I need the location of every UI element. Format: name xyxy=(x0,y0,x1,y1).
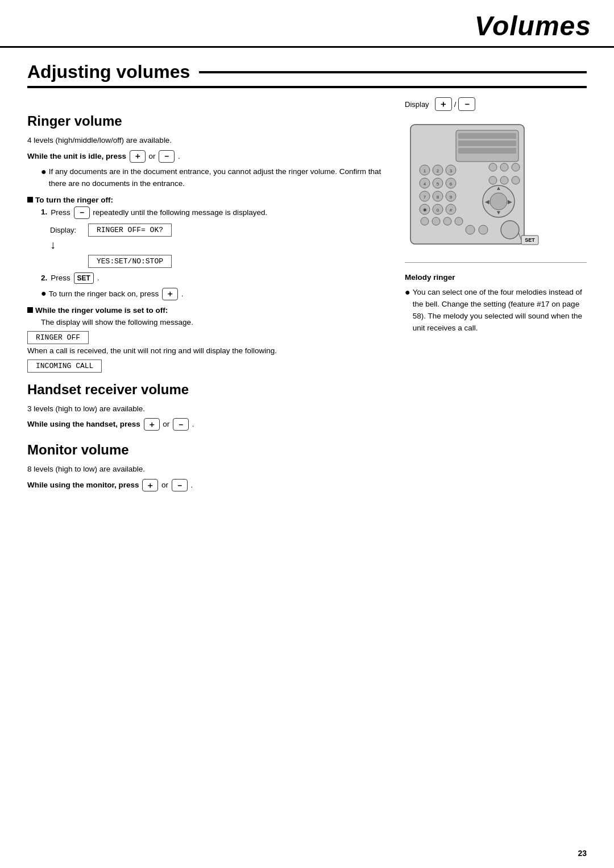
ringer-levels-text: 4 levels (high/middle/low/off) are avail… xyxy=(27,135,388,147)
incoming-call-box: INCOMING CALL xyxy=(27,359,102,373)
svg-point-36 xyxy=(489,176,497,184)
page-header: Volumes xyxy=(0,0,614,48)
set-button-inline: SET xyxy=(74,272,94,284)
turn-off-heading: To turn the ringer off: xyxy=(27,196,388,204)
svg-text:7: 7 xyxy=(424,195,426,200)
slash-separator: / xyxy=(454,100,457,109)
svg-text:▲: ▲ xyxy=(496,185,501,191)
svg-text:#: # xyxy=(450,208,453,213)
device-svg: 1 2 3 4 5 6 7 8 xyxy=(405,119,570,255)
melody-text: You can select one of the four melodies … xyxy=(413,287,587,334)
handset-instruction: While using the handset, press ＋ or － . xyxy=(27,418,388,431)
svg-text:0: 0 xyxy=(437,208,439,213)
ringer-volume-off-text: The display will show the following mess… xyxy=(41,317,388,329)
display-text-label: Display xyxy=(405,100,429,109)
svg-text:8: 8 xyxy=(437,195,439,200)
melody-section: Melody ringer ● You can select one of th… xyxy=(405,272,587,337)
svg-text:3: 3 xyxy=(450,168,453,173)
svg-text:▼: ▼ xyxy=(496,209,501,216)
display-row-1: Display: RINGER OFF= OK? xyxy=(50,224,388,237)
svg-text:◀: ◀ xyxy=(485,199,489,205)
svg-point-45 xyxy=(466,225,475,234)
svg-text:2: 2 xyxy=(437,168,439,173)
monitor-volume-heading: Monitor volume xyxy=(27,442,388,458)
ringer-idle-instruction: While the unit is idle, press ＋ or － . xyxy=(27,150,388,163)
bullet-dot-2: ● xyxy=(41,289,47,298)
svg-point-32 xyxy=(455,217,463,225)
svg-text:✱: ✱ xyxy=(423,208,427,213)
left-column: Ringer volume 4 levels (high/middle/low/… xyxy=(27,97,388,495)
right-col-divider xyxy=(405,262,587,263)
back-on-text: To turn the ringer back on, press ＋ . xyxy=(49,288,184,300)
incoming-call-row: INCOMING CALL xyxy=(27,361,388,370)
minus-btn-step1: － xyxy=(74,206,90,219)
handset-bold-instruction: While using the handset, press xyxy=(27,420,140,428)
minus-icon-display: － xyxy=(458,97,475,111)
svg-point-35 xyxy=(512,163,520,171)
plus-btn-monitor: ＋ xyxy=(142,479,158,491)
monitor-instruction: While using the monitor, press ＋ or － . xyxy=(27,479,388,491)
step-1: 1. Press － repeatedly until the followin… xyxy=(41,206,388,219)
plus-btn-handset: ＋ xyxy=(144,418,160,431)
right-column: Display ＋ / － xyxy=(405,97,587,337)
melody-heading: Melody ringer xyxy=(405,272,587,284)
device-illustration: 1 2 3 4 5 6 7 8 xyxy=(405,119,570,255)
monitor-levels-text: 8 levels (high to low) are available. xyxy=(27,464,388,476)
svg-point-30 xyxy=(432,217,440,225)
handset-levels-text: 3 levels (high to low) are available. xyxy=(27,403,388,415)
sq-bullet-icon xyxy=(27,197,33,202)
minus-button-icon: － xyxy=(159,150,175,163)
idle-bold: While the unit is idle, press xyxy=(27,151,126,160)
minus-btn-handset: － xyxy=(173,418,189,431)
arrow-down: ↓ xyxy=(50,239,388,250)
step-2: 2. Press SET . xyxy=(41,272,388,284)
step-2-num: 2. xyxy=(41,272,47,284)
ringer-bullet1: ● If any documents are in the document e… xyxy=(41,166,388,190)
svg-text:▶: ▶ xyxy=(508,199,512,205)
main-two-col: Ringer volume 4 levels (high/middle/low/… xyxy=(27,97,587,495)
device-label-row: Display ＋ / － xyxy=(405,97,475,111)
minus-btn-monitor: － xyxy=(172,479,188,491)
display-label-1: Display: xyxy=(50,226,81,234)
svg-point-33 xyxy=(489,163,497,171)
step-1-text: Press － repeatedly until the following m… xyxy=(51,206,267,219)
ringer-off-box-row: RINGER OFF xyxy=(27,332,388,342)
svg-point-47 xyxy=(501,221,519,239)
plus-minus-icons: ＋ / － xyxy=(435,97,476,111)
melody-bullet: ● You can select one of the four melodie… xyxy=(405,287,587,334)
svg-text:5: 5 xyxy=(437,181,439,187)
step-1-num: 1. xyxy=(41,206,47,218)
svg-point-38 xyxy=(512,176,520,184)
svg-point-46 xyxy=(479,225,488,234)
page-number: 23 xyxy=(578,849,587,858)
plus-icon-display: ＋ xyxy=(435,97,452,111)
step-2-text: Press SET . xyxy=(51,272,99,284)
page-title: Volumes xyxy=(475,10,591,42)
svg-rect-3 xyxy=(458,140,516,146)
page-content: Adjusting volumes Ringer volume 4 levels… xyxy=(0,48,614,518)
plus-button-icon: ＋ xyxy=(130,150,146,163)
display-box-2: YES:SET/NO:STOP xyxy=(88,255,172,268)
svg-point-34 xyxy=(500,163,508,171)
monitor-bold-instruction: While using the monitor, press xyxy=(27,481,139,489)
svg-point-37 xyxy=(500,176,508,184)
bullet-dot-1: ● xyxy=(41,167,47,176)
svg-text:4: 4 xyxy=(424,181,426,187)
display-row-2: YES:SET/NO:STOP xyxy=(50,255,388,268)
ringer-off-box: RINGER OFF xyxy=(27,331,89,344)
svg-text:SET: SET xyxy=(525,237,535,243)
svg-point-29 xyxy=(421,217,429,225)
svg-rect-4 xyxy=(458,148,516,154)
display-box-1: RINGER OFF= OK? xyxy=(88,224,172,237)
svg-rect-2 xyxy=(458,133,516,139)
ringer-volume-off-heading: While the ringer volume is set to off: xyxy=(27,306,388,315)
svg-point-31 xyxy=(443,217,451,225)
svg-text:9: 9 xyxy=(450,195,453,200)
bullet-back-on: ● To turn the ringer back on, press ＋ . xyxy=(41,288,388,300)
svg-text:6: 6 xyxy=(450,181,453,187)
when-call-text: When a call is received, the unit will n… xyxy=(27,345,388,357)
svg-point-40 xyxy=(490,193,507,210)
melody-bullet-dot: ● xyxy=(405,288,410,297)
adjusting-volumes-heading: Adjusting volumes xyxy=(27,61,587,88)
plus-btn-back-on: ＋ xyxy=(162,288,178,300)
